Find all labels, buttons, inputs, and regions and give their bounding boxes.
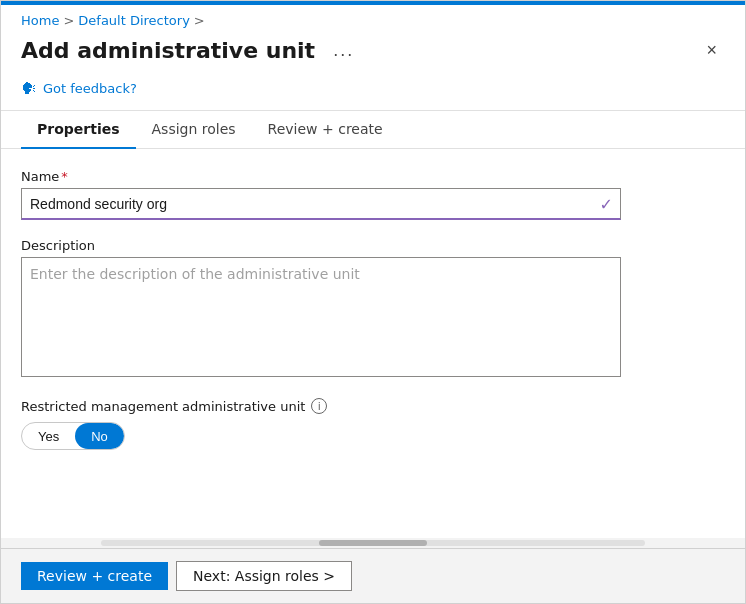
next-assign-roles-button[interactable]: Next: Assign roles >	[176, 561, 352, 591]
header-row: Add administrative unit ... ×	[1, 32, 745, 73]
footer: Review + create Next: Assign roles >	[1, 548, 745, 603]
name-input-wrapper: ✓	[21, 188, 621, 220]
content-area: Name* ✓ Description Restricted managemen…	[1, 149, 745, 538]
close-button[interactable]: ×	[698, 36, 725, 65]
name-field-group: Name* ✓	[21, 169, 725, 220]
tab-properties[interactable]: Properties	[21, 111, 136, 149]
page-title: Add administrative unit	[21, 38, 315, 63]
required-star: *	[61, 169, 68, 184]
review-create-button[interactable]: Review + create	[21, 562, 168, 590]
toggle-group: Yes No	[21, 422, 125, 450]
scrollbar-area	[1, 538, 745, 548]
tabs-row: Properties Assign roles Review + create	[1, 111, 745, 149]
breadcrumb-home[interactable]: Home	[21, 13, 59, 28]
check-icon: ✓	[600, 195, 613, 214]
feedback-label[interactable]: Got feedback?	[43, 81, 137, 96]
modal-container: Home > Default Directory > Add administr…	[0, 0, 746, 604]
feedback-icon: 🗣	[21, 79, 37, 98]
breadcrumb-sep1: >	[63, 13, 74, 28]
restricted-label: Restricted management administrative uni…	[21, 398, 725, 414]
scrollbar-track	[101, 540, 645, 546]
description-textarea[interactable]	[21, 257, 621, 377]
header-left: Add administrative unit ...	[21, 38, 360, 63]
name-label: Name*	[21, 169, 725, 184]
tab-review-create[interactable]: Review + create	[252, 111, 399, 149]
description-label: Description	[21, 238, 725, 253]
toggle-yes-button[interactable]: Yes	[22, 423, 75, 449]
tab-assign-roles[interactable]: Assign roles	[136, 111, 252, 149]
name-input[interactable]	[21, 188, 621, 220]
breadcrumb-directory[interactable]: Default Directory	[78, 13, 190, 28]
toggle-no-button[interactable]: No	[75, 423, 124, 449]
description-textarea-wrapper	[21, 257, 621, 380]
feedback-row: 🗣 Got feedback?	[1, 73, 745, 111]
info-icon[interactable]: i	[311, 398, 327, 414]
breadcrumb-sep2: >	[194, 13, 205, 28]
breadcrumb: Home > Default Directory >	[1, 5, 745, 32]
restricted-field-group: Restricted management administrative uni…	[21, 398, 725, 450]
description-field-group: Description	[21, 238, 725, 380]
scrollbar-thumb[interactable]	[319, 540, 428, 546]
ellipsis-button[interactable]: ...	[327, 38, 360, 63]
